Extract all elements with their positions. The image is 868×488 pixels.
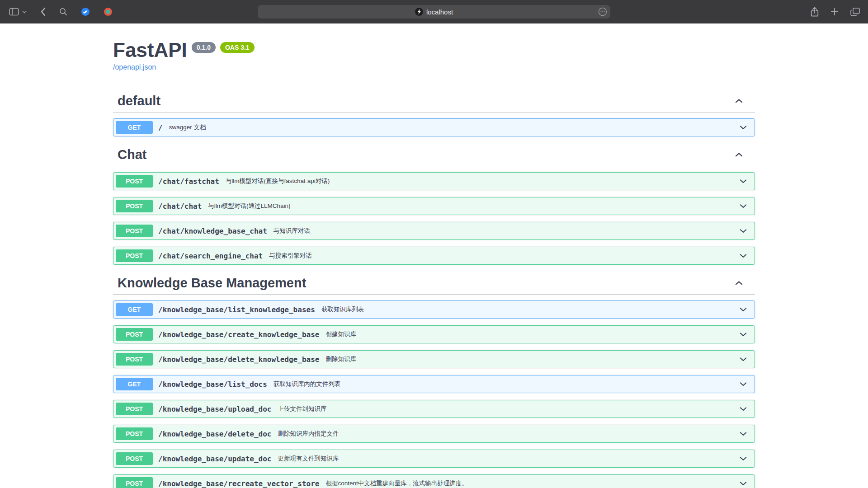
operation-row[interactable]: POST /knowledge_base/delete_doc 删除知识库内指定… <box>113 425 755 443</box>
operation-description: 与llm模型对话(直接与fastchat api对话) <box>226 177 330 185</box>
openapi-spec-link[interactable]: /openapi.json <box>113 63 156 71</box>
address-bar[interactable]: localhost <box>258 5 610 19</box>
operation-description: 删除知识库 <box>326 355 356 363</box>
method-badge: GET <box>116 303 153 316</box>
operation-row[interactable]: POST /chat/knowledge_base_chat 与知识库对话 <box>113 222 755 240</box>
section-title: default <box>118 93 160 108</box>
method-badge: GET <box>116 121 153 134</box>
method-badge: POST <box>116 225 153 237</box>
method-badge: POST <box>116 249 153 262</box>
api-sections: default GET / swagger 文档 Chat POST /chat… <box>113 89 755 488</box>
operation-path: /chat/knowledge_base_chat <box>158 227 267 235</box>
new-tab-icon[interactable] <box>830 8 839 16</box>
operation-list: GET / swagger 文档 <box>113 118 755 136</box>
operation-description: 删除知识库内指定文件 <box>278 430 339 438</box>
operation-path: /chat/chat <box>158 202 202 211</box>
api-section: Knowledge Base Management GET /knowledge… <box>113 272 755 488</box>
method-badge: POST <box>116 353 153 366</box>
operation-row[interactable]: POST /knowledge_base/create_knowledge_ba… <box>113 325 755 343</box>
expand-chevron-down-icon <box>739 355 749 363</box>
section-header[interactable]: Knowledge Base Management <box>113 272 755 295</box>
api-info: FastAPI 0.1.0 OAS 3.1 <box>113 39 755 61</box>
operation-path: /knowledge_base/list_docs <box>158 380 267 389</box>
api-section: Chat POST /chat/fastchat 与llm模型对话(直接与fas… <box>113 143 755 265</box>
api-section: default GET / swagger 文档 <box>113 89 755 136</box>
record-app-icon[interactable] <box>104 7 113 16</box>
expand-chevron-down-icon <box>739 202 749 210</box>
browser-nav-right <box>811 0 860 23</box>
swagger-page: FastAPI 0.1.0 OAS 3.1 /openapi.json defa… <box>113 23 755 488</box>
operation-path: /knowledge_base/recreate_vector_store <box>158 479 319 488</box>
operation-description: 更新现有文件到知识库 <box>278 455 339 463</box>
expand-chevron-down-icon <box>739 455 749 463</box>
operation-description: 上传文件到知识库 <box>278 405 326 413</box>
operation-description: 与llm模型对话(通过LLMChain) <box>208 202 290 210</box>
address-text: localhost <box>426 8 453 16</box>
method-badge: POST <box>116 200 153 212</box>
search-icon[interactable] <box>59 8 67 16</box>
share-icon[interactable] <box>811 7 819 17</box>
operation-description: 与搜索引擎对话 <box>269 252 312 260</box>
collapse-chevron-up-icon <box>735 97 750 105</box>
method-badge: GET <box>116 378 153 390</box>
sidebar-toggle-icon[interactable] <box>9 8 19 16</box>
back-icon[interactable] <box>40 7 46 16</box>
operation-path: /knowledge_base/delete_knowledge_base <box>158 355 319 364</box>
sidebar-toggle-group <box>9 8 27 16</box>
method-badge: POST <box>116 427 153 440</box>
operation-path: /chat/fastchat <box>158 177 219 186</box>
bird-app-icon[interactable] <box>81 7 90 16</box>
operation-path: /knowledge_base/delete_doc <box>158 430 271 438</box>
page-settings-icon[interactable] <box>598 7 607 16</box>
site-favicon-icon <box>415 8 423 16</box>
method-badge: POST <box>116 328 153 341</box>
method-badge: POST <box>116 452 153 465</box>
expand-chevron-down-icon <box>739 405 749 413</box>
tab-overview-icon[interactable] <box>850 8 860 16</box>
operation-description: 创建知识库 <box>326 330 356 338</box>
operation-description: 获取知识库列表 <box>321 305 364 314</box>
section-header[interactable]: Chat <box>113 143 755 166</box>
operation-path: / <box>158 123 163 132</box>
operation-list: GET /knowledge_base/list_knowledge_bases… <box>113 300 755 488</box>
operation-path: /chat/search_engine_chat <box>158 252 263 260</box>
expand-chevron-down-icon <box>739 380 749 388</box>
browser-chrome: localhost <box>0 0 868 23</box>
operation-row[interactable]: POST /chat/chat 与llm模型对话(通过LLMChain) <box>113 197 755 215</box>
operation-row[interactable]: GET / swagger 文档 <box>113 118 755 136</box>
method-badge: POST <box>116 477 153 488</box>
operation-list: POST /chat/fastchat 与llm模型对话(直接与fastchat… <box>113 172 755 265</box>
operation-row[interactable]: GET /knowledge_base/list_docs 获取知识库内的文件列… <box>113 375 755 393</box>
operation-row[interactable]: POST /knowledge_base/upload_doc 上传文件到知识库 <box>113 400 755 418</box>
operation-path: /knowledge_base/create_knowledge_base <box>158 330 319 339</box>
expand-chevron-down-icon <box>739 227 749 235</box>
operation-row[interactable]: POST /knowledge_base/recreate_vector_sto… <box>113 474 755 488</box>
oas-badge: OAS 3.1 <box>220 42 255 53</box>
operation-path: /knowledge_base/upload_doc <box>158 405 271 413</box>
collapse-chevron-up-icon <box>735 150 750 159</box>
operation-description: 与知识库对话 <box>274 227 310 235</box>
method-badge: POST <box>116 175 153 188</box>
operation-row[interactable]: POST /chat/fastchat 与llm模型对话(直接与fastchat… <box>113 172 755 190</box>
expand-chevron-down-icon <box>739 430 749 438</box>
operation-description: 根据content中文档重建向量库，流式输出处理进度。 <box>326 479 467 488</box>
expand-chevron-down-icon <box>739 177 749 185</box>
sidebar-chevron-icon[interactable] <box>22 10 27 14</box>
operation-row[interactable]: POST /knowledge_base/update_doc 更新现有文件到知… <box>113 450 755 468</box>
operation-description: swagger 文档 <box>169 123 206 131</box>
expand-chevron-down-icon <box>739 479 749 488</box>
browser-nav-left <box>9 7 113 16</box>
method-badge: POST <box>116 403 153 415</box>
section-title: Chat <box>118 147 146 162</box>
section-header[interactable]: default <box>113 89 755 113</box>
operation-row[interactable]: POST /chat/search_engine_chat 与搜索引擎对话 <box>113 247 755 265</box>
operation-row[interactable]: POST /knowledge_base/delete_knowledge_ba… <box>113 350 755 368</box>
operation-row[interactable]: GET /knowledge_base/list_knowledge_bases… <box>113 300 755 319</box>
operation-path: /knowledge_base/list_knowledge_bases <box>158 305 315 314</box>
page-title: FastAPI <box>113 39 187 61</box>
operation-description: 获取知识库内的文件列表 <box>274 380 341 388</box>
expand-chevron-down-icon <box>739 252 749 260</box>
expand-chevron-down-icon <box>739 123 749 131</box>
expand-chevron-down-icon <box>739 305 749 314</box>
collapse-chevron-up-icon <box>735 279 750 287</box>
